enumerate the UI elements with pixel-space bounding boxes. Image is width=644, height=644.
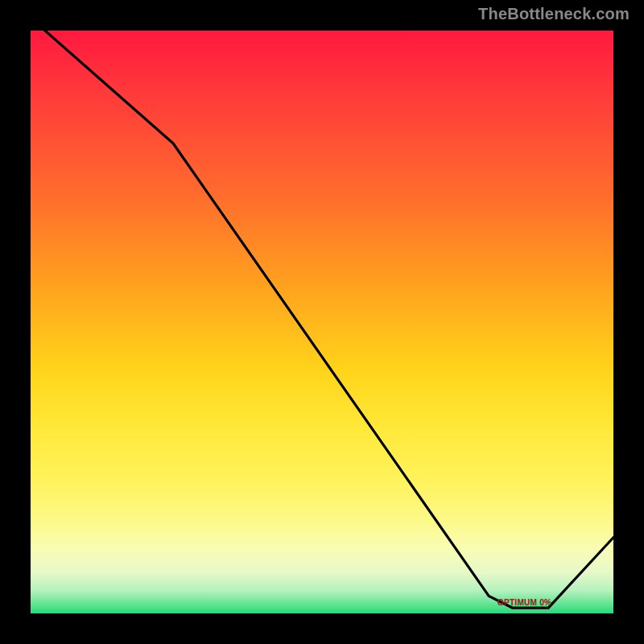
curve-layer (24, 24, 620, 620)
optimum-marker: OPTIMUM 0% (497, 597, 551, 606)
plot-area: OPTIMUM 0% (24, 24, 620, 620)
bottleneck-curve (24, 24, 620, 608)
chart-root: TheBottleneck.com OPTIMUM 0% (0, 0, 644, 644)
watermark-text: TheBottleneck.com (478, 5, 630, 23)
